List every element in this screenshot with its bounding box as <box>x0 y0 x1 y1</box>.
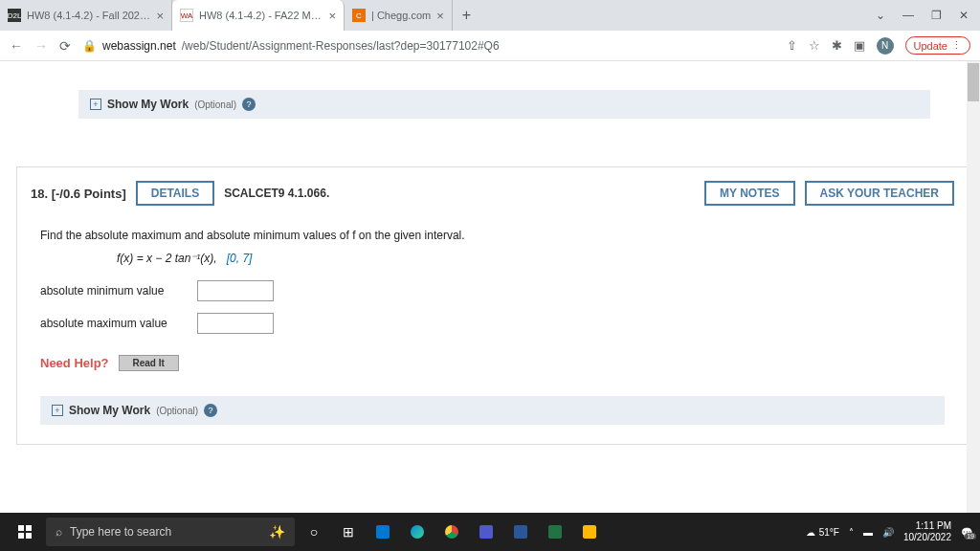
clock[interactable]: 1:11 PM 10/20/2022 <box>903 520 951 543</box>
url-path: /web/Student/Assignment-Responses/last?d… <box>182 39 500 53</box>
tab-d2l[interactable]: D2L HW8 (4.1-4.2) - Fall 2022 MATH × <box>0 0 172 31</box>
tab-title: | Chegg.com <box>371 10 431 21</box>
search-icon: ⌕ <box>56 525 62 539</box>
task-view-icon[interactable]: ⊞ <box>333 517 364 547</box>
cloud-icon: ☁ <box>806 527 815 538</box>
app-word-icon[interactable] <box>505 517 536 547</box>
app-teams-icon[interactable] <box>471 517 501 547</box>
min-input[interactable] <box>197 280 274 301</box>
help-icon[interactable]: ? <box>204 404 217 417</box>
new-tab-button[interactable]: + <box>453 7 480 24</box>
webassign-favicon: WA <box>180 9 193 22</box>
notifications-icon[interactable]: 💬19 <box>961 527 972 538</box>
expand-icon[interactable]: + <box>52 405 63 416</box>
need-help-label: Need Help? <box>40 356 109 370</box>
details-button[interactable]: DETAILS <box>136 181 214 206</box>
close-icon[interactable]: × <box>436 9 444 23</box>
app-explorer-icon[interactable] <box>574 517 605 547</box>
question-18: 18. [-/0.6 Points] DETAILS SCALCET9 4.1.… <box>16 166 969 445</box>
help-icon[interactable]: ? <box>242 98 256 111</box>
lock-icon: 🔒 <box>82 39 97 53</box>
clock-date: 10/20/2022 <box>903 532 951 543</box>
close-icon[interactable]: × <box>156 9 164 23</box>
question-prompt: Find the absolute maximum and absolute m… <box>40 229 945 242</box>
close-window-icon[interactable]: ✕ <box>959 9 969 22</box>
back-icon[interactable]: ← <box>10 38 23 54</box>
min-answer-row: absolute minimum value <box>40 280 945 301</box>
tab-chegg[interactable]: C | Chegg.com × <box>345 0 453 31</box>
forward-icon[interactable]: → <box>34 38 48 54</box>
reload-icon[interactable]: ⟳ <box>59 38 71 54</box>
chevron-down-icon[interactable]: ⌄ <box>876 9 885 22</box>
weather-temp: 51°F <box>819 527 839 538</box>
smw-optional: (Optional) <box>194 99 236 110</box>
question-header: 18. [-/0.6 Points] DETAILS SCALCET9 4.1.… <box>31 181 954 206</box>
extension-box-icon[interactable]: ▣ <box>854 38 865 53</box>
tab-webassign[interactable]: WA HW8 (4.1-4.2) - FA22 Math 207 × <box>172 0 345 31</box>
app-edge-icon[interactable] <box>402 517 433 547</box>
max-label: absolute maximum value <box>40 317 184 330</box>
cortana-icon[interactable]: ○ <box>299 517 329 547</box>
d2l-favicon: D2L <box>8 9 21 22</box>
read-it-button[interactable]: Read It <box>119 355 179 371</box>
clock-time: 1:11 PM <box>903 520 951 532</box>
question-reference: SCALCET9 4.1.066. <box>224 187 329 200</box>
need-help-row: Need Help? Read It <box>40 355 945 371</box>
app-excel-icon[interactable] <box>540 517 570 547</box>
chegg-favicon: C <box>352 9 366 22</box>
taskbar: ⌕ Type here to search ✨ ○ ⊞ ☁ 51°F ˄ ▬ 🔊… <box>0 513 980 551</box>
tray-chevron-icon[interactable]: ˄ <box>849 527 854 538</box>
tab-title: HW8 (4.1-4.2) - Fall 2022 MATH <box>27 10 150 21</box>
scrollbar[interactable] <box>967 61 980 513</box>
minimize-icon[interactable]: — <box>902 9 914 22</box>
scrollbar-thumb[interactable] <box>968 63 979 101</box>
search-placeholder: Type here to search <box>70 525 171 539</box>
extension-icon[interactable]: ✱ <box>832 38 842 53</box>
my-notes-button[interactable]: MY NOTES <box>704 181 794 206</box>
smw-optional: (Optional) <box>156 406 198 416</box>
max-input[interactable] <box>197 313 274 334</box>
page-content: + Show My Work (Optional) ? 18. [-/0.6 P… <box>0 61 980 513</box>
show-my-work-bar-inner[interactable]: + Show My Work (Optional) ? <box>40 396 945 425</box>
taskbar-search[interactable]: ⌕ Type here to search ✨ <box>46 518 295 546</box>
app-mail-icon[interactable] <box>368 517 398 547</box>
smw-title: Show My Work <box>69 404 150 417</box>
show-my-work-bar[interactable]: + Show My Work (Optional) ? <box>78 90 930 119</box>
url-host: webassign.net <box>102 39 176 53</box>
start-button[interactable] <box>8 515 42 549</box>
restore-icon[interactable]: ❐ <box>931 9 942 22</box>
question-formula: f(x) = x − 2 tan⁻¹(x), [0, 7] <box>117 252 945 265</box>
star-icon[interactable]: ☆ <box>809 38 820 53</box>
volume-icon[interactable]: 🔊 <box>882 527 894 538</box>
svg-rect-2 <box>18 533 24 539</box>
ask-teacher-button[interactable]: ASK YOUR TEACHER <box>805 181 954 206</box>
app-chrome-icon[interactable] <box>436 517 467 547</box>
svg-rect-3 <box>26 533 32 539</box>
svg-rect-1 <box>26 525 32 531</box>
question-number: 18. [-/0.6 Points] <box>31 187 126 201</box>
address-bar: ← → ⟳ 🔒 webassign.net/web/Student/Assign… <box>0 31 980 61</box>
browser-tab-strip: D2L HW8 (4.1-4.2) - Fall 2022 MATH × WA … <box>0 0 980 31</box>
question-body: Find the absolute maximum and absolute m… <box>31 223 954 430</box>
max-answer-row: absolute maximum value <box>40 313 945 334</box>
min-label: absolute minimum value <box>40 284 184 298</box>
svg-rect-0 <box>18 525 24 531</box>
tab-title: HW8 (4.1-4.2) - FA22 Math 207 <box>199 10 323 21</box>
update-button[interactable]: Update ⋮ <box>905 36 970 55</box>
close-icon[interactable]: × <box>328 9 336 23</box>
expand-icon[interactable]: + <box>90 99 101 110</box>
profile-badge[interactable]: N <box>877 37 894 55</box>
url-field[interactable]: 🔒 webassign.net/web/Student/Assignment-R… <box>82 39 775 53</box>
battery-icon[interactable]: ▬ <box>863 527 873 538</box>
share-icon[interactable]: ⇧ <box>787 38 797 53</box>
search-highlight-icon: ✨ <box>269 524 285 540</box>
weather-widget[interactable]: ☁ 51°F <box>806 527 839 538</box>
smw-title: Show My Work <box>107 98 189 111</box>
